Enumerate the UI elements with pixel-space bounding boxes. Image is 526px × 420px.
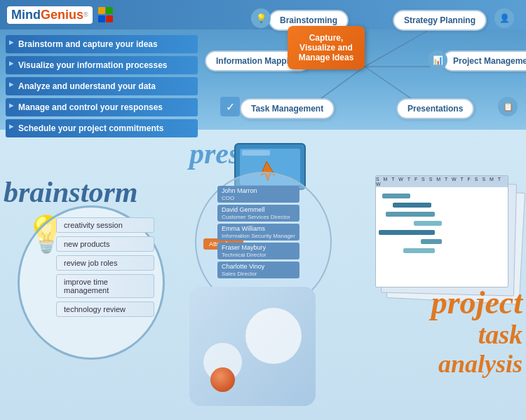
mindmap-area: Capture,Visualize andManage Ideas Brains… [203, 0, 526, 130]
logo-mg-text: Mind [11, 8, 41, 22]
gantt-row-0 [379, 192, 505, 199]
gantt-header: S M T W T F S S M T W T F S S M T W [376, 176, 508, 187]
gantt-bar-6 [403, 248, 435, 253]
nav-item-schedule[interactable]: Schedule your project commitments [6, 119, 198, 137]
brainstorming-icon: 💡 [251, 8, 271, 28]
shape-card-inner [189, 287, 316, 406]
circle-orange [210, 367, 235, 392]
logo-box: MindGenius® [7, 6, 93, 24]
node-project-label: Project Management [453, 56, 526, 66]
gantt-bar-0 [382, 194, 410, 198]
attendee-list: John Marron COO David Gemmell Customer S… [217, 186, 299, 278]
sidebar-nav: Brainstorm and capture your ideas Visual… [0, 29, 203, 143]
gantt-bar-5 [421, 239, 442, 244]
attendee-2: Emma Williams Information Security Manag… [217, 224, 299, 241]
bitem-1: new products [56, 236, 154, 252]
node-brainstorming-label: Brainstorming [280, 15, 337, 25]
logo-genius-text: Genius [41, 8, 83, 22]
node-presentations-label: Presentations [407, 104, 463, 114]
bitem-4: technology review [56, 302, 154, 317]
gantt-bar-1 [393, 203, 431, 208]
project-icon: 📊 [428, 50, 447, 70]
bitem-2: review job roles [56, 255, 154, 271]
header: MindGenius® Brainstorm and capture your … [0, 0, 526, 130]
gantt-row-1 [379, 201, 505, 208]
gantt-bar-4 [379, 230, 435, 235]
bitem-0: creativity session [56, 217, 154, 233]
circle-big [245, 308, 302, 364]
project-chart-area: S M T W T F S S M T W T F S S M T W [372, 175, 526, 386]
attendee-0: John Marron COO [217, 186, 299, 203]
attendee-4: Charlotte Vinoy Sales Director [217, 262, 299, 278]
attendee-3: Fraser Maybury Technical Director [217, 243, 299, 259]
attendee-1: David Gemmell Customer Services Director [217, 205, 299, 222]
nav-item-manage[interactable]: Manage and control your responses [6, 98, 198, 116]
project-label: project [431, 284, 522, 321]
nav-item-brainstorm[interactable]: Brainstorm and capture your ideas [6, 35, 198, 53]
node-task-mgmt[interactable]: Task Management [240, 98, 335, 119]
node-project-mgmt[interactable]: Project Management [442, 50, 526, 72]
nav-item-visualize[interactable]: Visualize your information processes [6, 56, 198, 74]
brainstorm-heading: brainstorm [4, 175, 137, 209]
bottom-shape-card [189, 287, 316, 406]
nav-item-analyze[interactable]: Analyze and understand your data [6, 77, 198, 95]
strategy-icon: 👤 [494, 8, 514, 28]
task-label: task [478, 319, 522, 350]
bitem-3: improve time management [56, 274, 154, 298]
gantt-bar-3 [414, 221, 442, 226]
gantt-row-6 [379, 247, 505, 254]
svg-rect-8 [242, 150, 270, 156]
gantt-bar-2 [386, 212, 435, 217]
center-node: Capture,Visualize andManage Ideas [288, 26, 365, 69]
node-task-label: Task Management [251, 104, 323, 114]
task-checkmark-icon: ✓ [220, 97, 240, 116]
gantt-row-2 [379, 210, 505, 217]
gantt-row-3 [379, 219, 505, 226]
presentations-icon: 📋 [498, 97, 518, 116]
logo-registered: ® [83, 11, 88, 18]
analysis-label: analysis [438, 349, 522, 379]
gantt-row-4 [379, 229, 505, 236]
node-strategy-label: Strategy Planning [404, 15, 476, 25]
gantt-header-text: S M T W T F S S M T W T F S S M T W [376, 177, 508, 187]
brainstorm-items: creativity session new products review j… [56, 217, 154, 317]
node-presentations[interactable]: Presentations [396, 98, 474, 119]
node-strategy[interactable]: Strategy Planning [393, 10, 487, 31]
gantt-card-front: S M T W T F S S M T W T F S S M T W [375, 175, 508, 287]
svg-line-1 [365, 27, 435, 67]
node-info-label: Information Mapping [216, 56, 299, 66]
gantt-row-5 [379, 238, 505, 245]
main-content: present brainstorm 💡 creativity session … [0, 130, 526, 420]
gantt-rows [376, 187, 508, 259]
windows-logo-icon [98, 7, 114, 22]
